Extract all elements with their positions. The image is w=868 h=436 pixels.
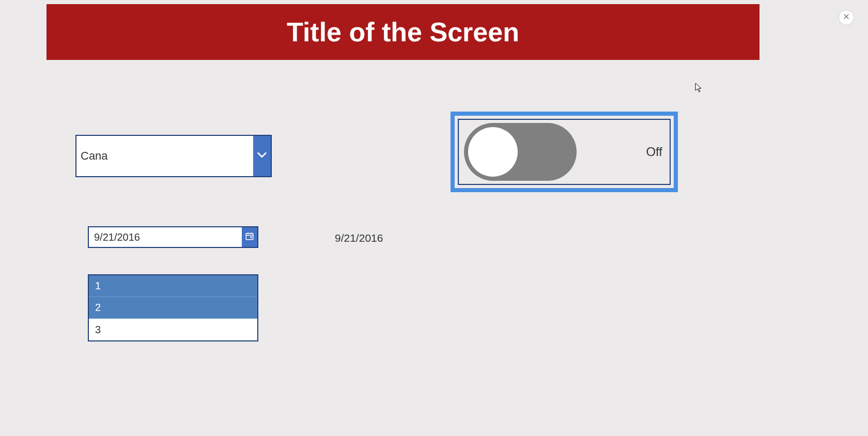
combo-box-dropdown-button[interactable] xyxy=(253,136,271,176)
toggle-track xyxy=(464,123,577,181)
svg-rect-4 xyxy=(251,237,252,238)
list-box[interactable]: 1 2 3 xyxy=(88,274,258,341)
close-button[interactable] xyxy=(839,10,854,25)
list-item[interactable]: 1 xyxy=(89,275,257,297)
chevron-down-icon xyxy=(256,149,268,163)
toggle-switch-focus-ring: Off xyxy=(451,112,678,192)
date-picker-button[interactable] xyxy=(242,227,257,247)
combo-box-value: Cana xyxy=(76,136,253,176)
calendar-icon xyxy=(245,231,254,243)
date-display-label: 9/21/2016 xyxy=(335,232,383,244)
date-picker-value: 9/21/2016 xyxy=(89,227,242,247)
toggle-knob xyxy=(468,127,518,177)
svg-rect-0 xyxy=(246,233,253,240)
header-bar: Title of the Screen xyxy=(47,4,760,60)
app-window: Title of the Screen Cana 9/21/2016 xyxy=(47,4,760,407)
toggle-switch[interactable]: Off xyxy=(458,119,671,185)
toggle-state-label: Off xyxy=(646,145,662,159)
list-item[interactable]: 3 xyxy=(89,319,257,340)
page-title: Title of the Screen xyxy=(287,17,519,48)
combo-box[interactable]: Cana xyxy=(75,135,272,177)
close-icon xyxy=(843,13,850,22)
list-item[interactable]: 2 xyxy=(89,297,257,319)
date-picker[interactable]: 9/21/2016 xyxy=(88,226,258,248)
